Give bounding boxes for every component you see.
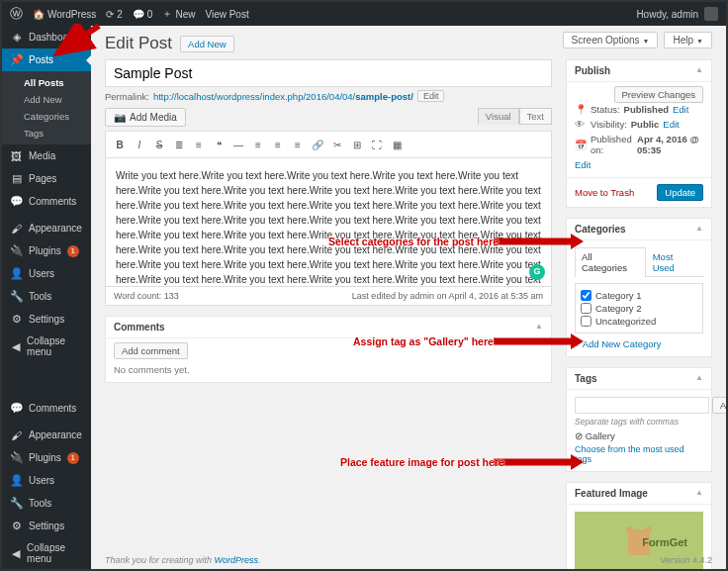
align-right-button[interactable]: ≡ bbox=[288, 135, 308, 154]
add-new-button[interactable]: Add New bbox=[180, 36, 234, 52]
collapse-icon: ◀ bbox=[10, 547, 21, 560]
admin-footer: Thank you for creating with WordPress. V… bbox=[105, 555, 712, 565]
preview-button[interactable]: Preview Changes bbox=[614, 86, 703, 103]
plug-icon: 🔌 bbox=[10, 451, 23, 464]
tab-visual[interactable]: Visual bbox=[478, 108, 519, 125]
tab-all-categories[interactable]: All Categories bbox=[575, 247, 646, 277]
italic-button[interactable]: I bbox=[130, 135, 149, 154]
submenu-categories[interactable]: Categories bbox=[2, 108, 91, 125]
content-editor[interactable]: Write you text here.Write you text here.… bbox=[105, 158, 552, 287]
tags-heading[interactable]: Tags▲ bbox=[567, 368, 711, 390]
strike-button[interactable]: S bbox=[149, 135, 169, 154]
help-tab[interactable]: Help▼ bbox=[664, 32, 712, 48]
permalink-edit[interactable]: Edit bbox=[417, 90, 445, 102]
comments-count[interactable]: 💬 0 bbox=[133, 9, 153, 20]
ol-button[interactable]: ≡ bbox=[189, 135, 209, 154]
toggle-button[interactable]: ▦ bbox=[387, 135, 407, 154]
tag-add-button[interactable]: Add bbox=[712, 397, 726, 414]
brush-icon: 🖌 bbox=[10, 222, 23, 235]
key-icon: 📍 bbox=[575, 104, 587, 115]
site-name[interactable]: 🏠 WordPress bbox=[33, 9, 96, 20]
new-content[interactable]: ＋ New bbox=[162, 7, 195, 21]
brush-icon: 🖌 bbox=[10, 428, 23, 441]
categories-heading[interactable]: Categories▲ bbox=[567, 219, 711, 240]
category-list: Category 1 Category 2 Uncategorized bbox=[575, 283, 703, 333]
dashboard-icon: ◈ bbox=[10, 31, 23, 44]
last-edit: Last edited by admin on April 4, 2016 at… bbox=[352, 291, 543, 301]
unlink-button[interactable]: ✂ bbox=[327, 135, 347, 154]
link-button[interactable]: 🔗 bbox=[308, 135, 327, 154]
menu-comments[interactable]: 💬Comments bbox=[2, 190, 91, 213]
menu-appearance[interactable]: 🖌Appearance bbox=[2, 217, 91, 239]
main-content: Screen Options▼ Help▼ Edit Post Add New … bbox=[91, 26, 726, 569]
wp-logo[interactable]: ⓦ bbox=[10, 5, 23, 23]
menu-plugins[interactable]: 🔌Plugins 1 bbox=[2, 239, 91, 262]
existing-tag[interactable]: ⊘ Gallery bbox=[575, 430, 703, 441]
menu-settings[interactable]: ⚙Settings bbox=[2, 308, 91, 331]
tab-most-used[interactable]: Most Used bbox=[646, 247, 703, 276]
align-left-button[interactable]: ≡ bbox=[248, 135, 268, 154]
submenu-all-posts[interactable]: All Posts bbox=[2, 74, 91, 91]
calendar-icon: 📅 bbox=[575, 140, 587, 150]
collapse-menu-2[interactable]: ◀Collapse menu bbox=[2, 537, 91, 569]
eye-icon: 👁 bbox=[575, 119, 587, 130]
tab-text[interactable]: Text bbox=[519, 108, 552, 125]
choose-tags-link[interactable]: Choose from the most used tags bbox=[575, 444, 703, 464]
submenu-add-new[interactable]: Add New bbox=[2, 91, 91, 108]
menu-tools-2[interactable]: 🔧Tools bbox=[2, 492, 91, 515]
screen-options[interactable]: Screen Options▼ bbox=[563, 32, 659, 48]
more-button[interactable]: ⊞ bbox=[347, 135, 367, 154]
bold-button[interactable]: B bbox=[110, 135, 130, 154]
publish-heading[interactable]: Publish▲ bbox=[567, 60, 711, 82]
quote-button[interactable]: ❝ bbox=[209, 135, 228, 154]
grammarly-icon[interactable]: G bbox=[529, 264, 545, 280]
status-edit[interactable]: Edit bbox=[673, 104, 688, 115]
word-count: Word count: 133 bbox=[114, 291, 179, 301]
category-item[interactable]: Category 2 bbox=[581, 302, 697, 315]
plug-icon: 🔌 bbox=[10, 244, 23, 257]
tag-input[interactable] bbox=[575, 397, 709, 414]
permalink-link[interactable]: http://localhost/wordpress/index.php/201… bbox=[153, 91, 413, 102]
menu-appearance-2[interactable]: 🖌Appearance bbox=[2, 424, 91, 446]
collapse-menu[interactable]: ◀Collapse menu bbox=[2, 331, 91, 362]
submenu-tags[interactable]: Tags bbox=[2, 125, 91, 142]
wrench-icon: 🔧 bbox=[10, 290, 23, 303]
view-post[interactable]: View Post bbox=[205, 9, 248, 20]
update-button[interactable]: Update bbox=[657, 184, 703, 201]
collapse-icon: ◀ bbox=[10, 340, 21, 353]
date-edit[interactable]: Edit bbox=[575, 159, 591, 170]
align-center-button[interactable]: ≡ bbox=[268, 135, 288, 154]
add-category-link[interactable]: + Add New Category bbox=[575, 338, 703, 349]
avatar[interactable] bbox=[704, 7, 718, 21]
category-item[interactable]: Category 1 bbox=[581, 289, 697, 302]
menu-media[interactable]: 🖾Media bbox=[2, 144, 91, 167]
annotation-categories: Select categories for the post here bbox=[328, 236, 499, 247]
howdy[interactable]: Howdy, admin bbox=[636, 9, 698, 20]
menu-comments-2[interactable]: 💬Comments bbox=[2, 397, 91, 420]
menu-settings-2[interactable]: ⚙Settings bbox=[2, 515, 91, 537]
editor-statusbar: Word count: 133 Last edited by admin on … bbox=[105, 287, 552, 306]
menu-pages[interactable]: ▤Pages bbox=[2, 167, 91, 190]
menu-users-2[interactable]: 👤Users bbox=[2, 469, 91, 492]
menu-plugins-2[interactable]: 🔌Plugins 1 bbox=[2, 446, 91, 469]
wp-link[interactable]: WordPress bbox=[215, 555, 259, 565]
editor-toolbar: B I S ≣ ≡ ❝ — ≡ ≡ ≡ 🔗 ✂ ⊞ ⛶ ▦ bbox=[105, 131, 552, 158]
post-title-input[interactable] bbox=[105, 59, 552, 87]
hr-button[interactable]: — bbox=[228, 135, 248, 154]
menu-tools[interactable]: 🔧Tools bbox=[2, 285, 91, 308]
admin-bar: ⓦ 🏠 WordPress ⟳ 2 💬 0 ＋ New View Post Ho… bbox=[2, 2, 726, 26]
ul-button[interactable]: ≣ bbox=[169, 135, 189, 154]
category-item[interactable]: Uncategorized bbox=[581, 315, 697, 328]
fullscreen-button[interactable]: ⛶ bbox=[367, 135, 387, 154]
visibility-edit[interactable]: Edit bbox=[663, 119, 679, 130]
move-to-trash[interactable]: Move to Trash bbox=[575, 187, 634, 198]
updates-count[interactable]: ⟳ 2 bbox=[106, 9, 123, 20]
camera-icon: 📷 bbox=[114, 112, 126, 123]
posts-submenu: All Posts Add New Categories Tags bbox=[2, 71, 91, 144]
tag-hint: Separate tags with commas bbox=[575, 417, 703, 427]
featured-heading[interactable]: Featured Image▲ bbox=[567, 483, 711, 505]
add-media-button[interactable]: 📷Add Media bbox=[105, 108, 186, 127]
add-comment-button[interactable]: Add comment bbox=[114, 342, 188, 359]
permalink-row: Permalink: http://localhost/wordpress/in… bbox=[105, 90, 552, 102]
menu-users[interactable]: 👤Users bbox=[2, 262, 91, 285]
